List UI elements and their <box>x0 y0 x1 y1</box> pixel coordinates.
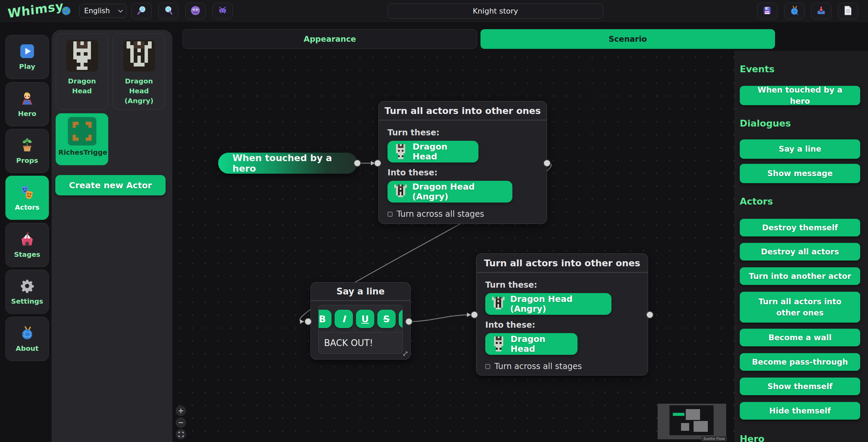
palette-show-message[interactable]: Show message <box>740 164 860 183</box>
underline-button[interactable]: U <box>356 310 374 328</box>
svelte-flow-attribution[interactable]: Svelte Flow <box>701 436 727 441</box>
palette-destroy-all-actors[interactable]: Destroy all actors <box>740 243 860 261</box>
node-turn-all-actors-1[interactable]: Turn all actors into other ones Turn the… <box>378 101 547 224</box>
actor-name: Dragon Head <box>56 76 108 96</box>
actor-chip-label: Dragon Head (Angry) <box>510 294 605 314</box>
palette-show-themself[interactable]: Show themself <box>740 378 860 395</box>
fit-view-button[interactable] <box>176 429 186 439</box>
palette-say-a-line[interactable]: Say a line <box>740 139 860 159</box>
sidebar-item-label: Stages <box>14 250 40 258</box>
sidebar-item-label: Hero <box>18 110 36 118</box>
handle-turn1-target[interactable] <box>374 159 381 167</box>
plus-icon: + <box>178 407 184 415</box>
strikethrough-button[interactable]: S <box>377 310 396 328</box>
tab-label: Scenario <box>609 35 647 43</box>
actor-chip-label: Dragon Head <box>413 142 472 161</box>
scenario-flow-canvas[interactable]: When touched by a hero Turn all actors i… <box>173 51 735 442</box>
bold-button[interactable]: B <box>318 310 332 328</box>
minimap[interactable] <box>658 404 726 439</box>
handle-turn2-target[interactable] <box>471 311 478 319</box>
tent-icon <box>19 231 35 247</box>
sidebar-item-settings[interactable]: Settings <box>5 270 49 314</box>
tab-appearance[interactable]: Appearance <box>183 29 477 49</box>
palette-turn-into-another-actor[interactable]: Turn into another actor <box>740 267 860 285</box>
node-when-touched-by-a-hero[interactable]: When touched by a hero <box>218 153 357 174</box>
sidebar-item-hero[interactable]: Hero <box>5 82 49 126</box>
dialogue-text-input[interactable]: BACK OUT! <box>319 333 402 353</box>
actor-panel: Dragon Head Dragon Head (Angry) RichesTr… <box>52 30 172 442</box>
node-title: Turn all actors into other ones <box>379 101 547 120</box>
turn-these-label: Turn these: <box>485 280 639 290</box>
purple-face-icon <box>190 5 201 17</box>
palette-turn-all-actors-into-other-ones[interactable]: Turn all actors into other ones <box>740 292 860 323</box>
format-toolbar: B I U S <box>318 305 402 333</box>
italic-button[interactable]: I <box>335 310 353 328</box>
actor-name: Dragon Head (Angry) <box>113 76 165 106</box>
alien-icon <box>218 5 228 17</box>
rainbow-color-button[interactable] <box>399 310 402 328</box>
project-title-input[interactable]: Knight story <box>388 3 603 19</box>
handle-say-source[interactable] <box>405 318 413 325</box>
sidebar-item-props[interactable]: Props <box>5 129 49 173</box>
turn-across-stages-checkbox[interactable] <box>485 364 490 369</box>
section-heading-hero: Hero <box>740 434 765 442</box>
actor-card-dragon-head[interactable]: Dragon Head <box>56 33 108 110</box>
edge-say-to-turn2 <box>409 315 470 322</box>
sidebar-item-stages[interactable]: Stages <box>5 223 49 267</box>
floppy-save-icon <box>762 6 772 17</box>
import-icon <box>816 6 826 17</box>
resize-handle-icon[interactable] <box>402 351 408 358</box>
sidebar-item-label: Props <box>16 156 38 165</box>
actor-name: RichesTrigger <box>56 148 108 157</box>
purple-face-button[interactable] <box>185 3 206 19</box>
tab-label: Appearance <box>304 35 356 43</box>
page-icon <box>844 6 852 17</box>
handle-say-target[interactable] <box>304 318 312 325</box>
minus-icon: − <box>178 419 184 427</box>
into-these-label: Into these: <box>485 320 639 330</box>
zoom-out-button[interactable]: − <box>176 418 186 428</box>
actor-select-dragon-head[interactable]: Dragon Head <box>485 333 578 355</box>
palette-hide-themself[interactable]: Hide themself <box>740 402 860 420</box>
palette-destroy-themself[interactable]: Destroy themself <box>740 219 860 236</box>
alien-button[interactable] <box>212 3 233 19</box>
node-title: Turn all actors into other ones <box>476 254 648 273</box>
new-page-button[interactable] <box>838 3 858 19</box>
language-select[interactable]: English <box>79 4 127 18</box>
node-title: Say a line <box>311 283 410 301</box>
sidebar-item-about[interactable]: About <box>5 317 49 361</box>
dragon-head-sprite <box>394 144 407 159</box>
dragon-head-angry-sprite <box>394 184 407 199</box>
node-say-a-line[interactable]: Say a line B I U S <box>310 282 411 360</box>
language-selected: English <box>84 7 110 15</box>
create-new-actor-button[interactable]: Create new Actor <box>55 175 166 195</box>
palette-when-touched-by-a-hero[interactable]: When touched by a hero <box>740 86 860 105</box>
actor-select-dragon-head[interactable]: Dragon Head <box>388 141 478 162</box>
sidebar-item-play[interactable]: Play <box>5 35 49 79</box>
actor-card-dragon-head-angry[interactable]: Dragon Head (Angry) <box>113 33 165 110</box>
dragon-head-sprite <box>492 336 505 352</box>
sidebar-item-label: About <box>16 344 38 352</box>
handle-turn2-source[interactable] <box>646 311 654 319</box>
palette-become-a-wall[interactable]: Become a wall <box>740 329 860 346</box>
yarn-button[interactable] <box>784 3 805 19</box>
turn-across-stages-checkbox[interactable] <box>388 212 393 217</box>
handle-turn1-source[interactable] <box>543 159 551 167</box>
save-button[interactable] <box>757 3 777 19</box>
actor-card-riches-trigger[interactable]: RichesTrigger <box>56 113 108 165</box>
sidebar-item-label: Actors <box>15 203 39 211</box>
section-heading-dialogues: Dialogues <box>740 118 791 129</box>
node-turn-all-actors-2[interactable]: Turn all actors into other ones Turn the… <box>476 253 648 376</box>
sidebar-item-label: Play <box>19 62 35 71</box>
search-left-button[interactable] <box>131 3 152 19</box>
sidebar-item-actors[interactable]: Actors <box>5 176 49 220</box>
actor-select-dragon-head-angry[interactable]: Dragon Head (Angry) <box>485 293 611 315</box>
palette-become-pass-through[interactable]: Become pass-through <box>740 353 860 371</box>
minimap-node-event <box>673 413 684 416</box>
zoom-in-button[interactable]: + <box>176 406 186 416</box>
import-button[interactable] <box>811 3 831 19</box>
search-right-button[interactable] <box>158 3 178 19</box>
handle-event-source[interactable] <box>354 159 361 167</box>
actor-select-dragon-head-angry[interactable]: Dragon Head (Angry) <box>388 181 512 203</box>
tab-scenario[interactable]: Scenario <box>480 29 775 49</box>
